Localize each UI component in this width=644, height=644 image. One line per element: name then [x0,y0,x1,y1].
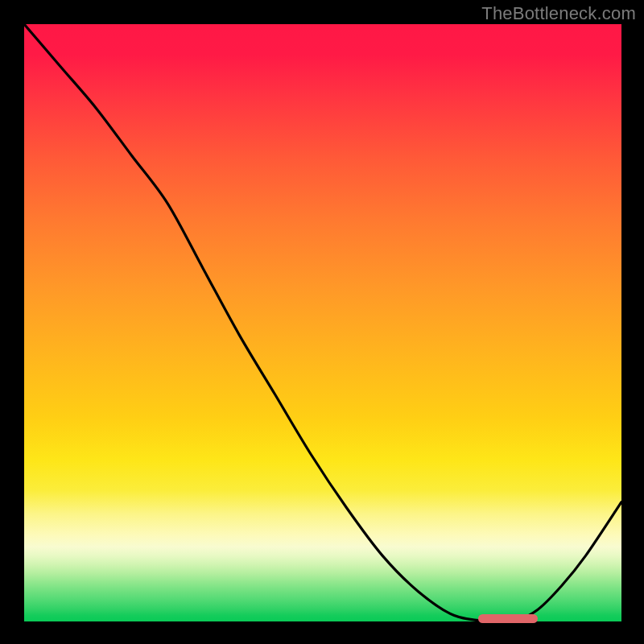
chart-frame: TheBottleneck.com [0,0,644,644]
optimal-range-marker [478,614,538,623]
plot-area [24,24,621,621]
watermark-text: TheBottleneck.com [481,3,636,24]
bottleneck-curve [24,24,621,621]
